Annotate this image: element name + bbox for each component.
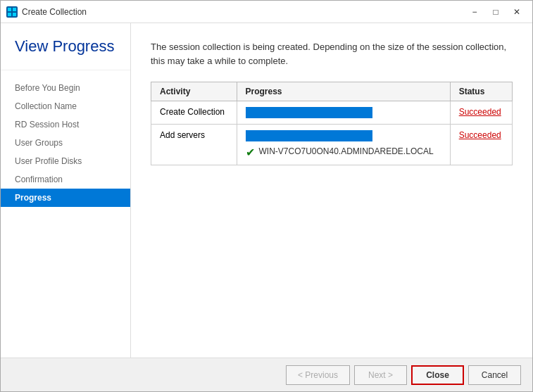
- progress-bar-fill: [246, 130, 372, 141]
- sidebar-item-rd-session-host[interactable]: RD Session Host: [1, 115, 130, 134]
- status-create-collection: Succeeded: [450, 101, 512, 125]
- status-add-servers: Succeeded: [450, 125, 512, 165]
- status-badge: Succeeded: [459, 107, 501, 117]
- status-badge: Succeeded: [459, 130, 501, 140]
- server-entry: ✔ WIN-V7CO7U0ON40.ADMINDAREDE.LOCAL: [246, 146, 441, 159]
- progress-bar-create-collection: [237, 101, 450, 125]
- window-title: Create Collection: [22, 7, 87, 17]
- content-area: View Progress Before You Begin Collectio…: [1, 23, 532, 358]
- close-button[interactable]: Close: [411, 365, 464, 385]
- activity-add-servers: Add servers: [151, 125, 237, 165]
- sidebar-item-before-you-begin[interactable]: Before You Begin: [1, 79, 130, 97]
- activity-create-collection: Create Collection: [151, 101, 237, 125]
- svg-rect-3: [13, 13, 16, 16]
- main-window: Create Collection − □ ✕ View Progress Be…: [0, 0, 533, 392]
- window-controls: − □ ✕: [465, 4, 527, 20]
- maximize-button[interactable]: □: [486, 4, 506, 20]
- check-icon: ✔: [246, 146, 255, 159]
- app-icon: [6, 6, 18, 18]
- svg-rect-1: [13, 8, 16, 11]
- sidebar-item-user-groups[interactable]: User Groups: [1, 134, 130, 152]
- intro-text: The session collection is being created.…: [151, 40, 513, 68]
- progress-bar-container: [246, 130, 372, 141]
- minimize-button[interactable]: −: [465, 4, 484, 20]
- title-bar-left: Create Collection: [6, 6, 87, 18]
- progress-bar-container: [246, 107, 372, 118]
- svg-rect-0: [8, 8, 11, 11]
- sidebar-item-user-profile-disks[interactable]: User Profile Disks: [1, 152, 130, 170]
- sidebar-item-collection-name[interactable]: Collection Name: [1, 97, 130, 115]
- title-bar: Create Collection − □ ✕: [1, 1, 532, 23]
- sidebar: View Progress Before You Begin Collectio…: [1, 23, 131, 358]
- main-content: The session collection is being created.…: [131, 23, 532, 358]
- progress-bar-fill: [246, 107, 372, 118]
- progress-table: Activity Progress Status Create Collecti…: [151, 82, 513, 165]
- col-status: Status: [450, 82, 512, 101]
- svg-rect-2: [8, 13, 11, 16]
- page-title: View Progress: [1, 37, 130, 70]
- cancel-button[interactable]: Cancel: [468, 365, 521, 385]
- previous-button[interactable]: < Previous: [286, 365, 350, 385]
- col-progress: Progress: [237, 82, 450, 101]
- next-button[interactable]: Next >: [354, 365, 407, 385]
- server-name: WIN-V7CO7U0ON40.ADMINDAREDE.LOCAL: [259, 146, 434, 158]
- sidebar-item-confirmation[interactable]: Confirmation: [1, 170, 130, 189]
- sidebar-item-progress[interactable]: Progress: [1, 189, 130, 207]
- table-row: Create Collection Succeeded: [151, 101, 513, 125]
- col-activity: Activity: [151, 82, 237, 101]
- table-row: Add servers ✔ WIN-V7CO7U0ON40.ADMINDARED…: [151, 125, 513, 165]
- window-close-button[interactable]: ✕: [507, 4, 527, 20]
- footer: < Previous Next > Close Cancel: [1, 358, 532, 391]
- progress-bar-add-servers: ✔ WIN-V7CO7U0ON40.ADMINDAREDE.LOCAL: [237, 125, 450, 165]
